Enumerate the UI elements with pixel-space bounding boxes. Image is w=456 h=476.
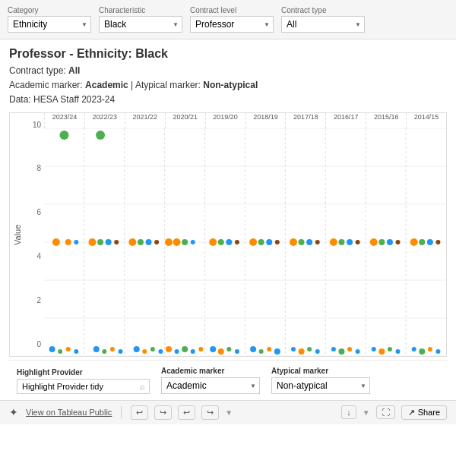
meta-markers: Academic marker: Academic | Atypical mar… [9, 78, 447, 93]
chart-svg [44, 128, 446, 356]
dot [93, 346, 100, 352]
view-on-tableau-text[interactable]: View on Tableau Public [26, 408, 112, 417]
dot [338, 239, 344, 245]
dot [102, 349, 106, 354]
x-label-2016: 2016/17 [325, 113, 366, 128]
dot [154, 240, 159, 244]
atypical-marker-meta-label: Atypical marker: [135, 80, 201, 90]
category-select-wrapper[interactable]: Ethnicity [8, 16, 91, 33]
dot [110, 347, 115, 351]
x-axis-labels: 2023/24 2022/23 2021/22 2020/21 2019/20 … [44, 113, 446, 128]
fullscreen-button[interactable]: ⛶ [376, 405, 395, 419]
highlight-provider-input[interactable] [17, 379, 150, 394]
dot [138, 239, 144, 245]
dot [428, 347, 432, 351]
plot-area: 2023/24 2022/23 2021/22 2020/21 2019/20 … [44, 113, 446, 356]
dot [119, 349, 123, 354]
undo-button[interactable]: ↩ [131, 405, 148, 420]
dot [331, 347, 336, 351]
contract-type-select[interactable]: All [281, 16, 365, 33]
filter-characteristic: Characteristic Black [99, 6, 182, 33]
y-tick-10: 10 [25, 121, 41, 129]
characteristic-select[interactable]: Black [99, 16, 182, 33]
footer-actions: ↓ ▼ ⛶ ↗ Share [341, 405, 447, 420]
dot [266, 239, 272, 245]
atypical-marker-select-wrapper[interactable]: Non-atypical [271, 377, 370, 394]
academic-marker-control-label: Academic marker [161, 367, 260, 375]
chart-area: Value 10 8 6 4 2 0 2023/24 2022/23 2021/… [9, 112, 447, 357]
dot [209, 238, 217, 246]
dot [128, 238, 136, 246]
data-source: Data: HESA Staff 2023-24 [9, 93, 447, 107]
x-label-2023: 2023/24 [44, 113, 84, 128]
dot [291, 347, 296, 351]
dot [210, 346, 216, 352]
search-input-wrapper[interactable]: ⌕ [17, 379, 150, 394]
redo-button[interactable]: ↪ [154, 405, 172, 420]
filter-category: Category Ethnicity [8, 6, 91, 33]
dot [65, 239, 71, 245]
dot [356, 240, 360, 244]
dot [370, 238, 378, 246]
atypical-marker-select[interactable]: Non-atypical [271, 377, 370, 394]
highlight-provider-label: Highlight Provider [17, 368, 150, 377]
contract-type-label: Contract type [281, 6, 365, 14]
category-label: Category [8, 6, 91, 14]
dot [142, 349, 147, 354]
dot [59, 131, 68, 140]
dot [315, 240, 320, 244]
dot [315, 349, 320, 354]
characteristic-select-wrapper[interactable]: Black [99, 16, 182, 33]
dot [218, 348, 224, 355]
forward-button[interactable]: ↪ [201, 405, 219, 420]
dot [347, 239, 353, 245]
contract-level-select-wrapper[interactable]: Professor [190, 16, 274, 33]
characteristic-label: Characteristic [99, 6, 182, 14]
x-label-2022: 2022/23 [84, 113, 125, 128]
dot [306, 239, 312, 245]
back-button[interactable]: ↩ [178, 405, 195, 420]
dot [146, 239, 152, 245]
dot [226, 347, 231, 351]
divider [121, 406, 122, 418]
dot [299, 348, 305, 355]
dot [249, 238, 257, 246]
y-axis-label: Value [10, 113, 25, 356]
category-select[interactable]: Ethnicity [8, 16, 91, 33]
x-label-2018: 2018/19 [245, 113, 286, 128]
dot [290, 238, 297, 246]
contract-type-meta-label: Contract type: [9, 65, 66, 76]
share-label: Share [418, 408, 440, 417]
academic-marker-meta-value: Academic [85, 80, 128, 90]
dot [175, 349, 179, 354]
download-arrow: ▼ [363, 408, 370, 417]
academic-marker-select-wrapper[interactable]: Academic [161, 377, 260, 394]
main-content: Professor - Ethnicity: Black Contract ty… [0, 39, 456, 400]
academic-marker-select[interactable]: Academic [161, 377, 260, 394]
y-tick-4: 4 [25, 252, 41, 260]
share-button[interactable]: ↗ Share [401, 405, 447, 420]
dot [182, 239, 188, 245]
dot [134, 346, 140, 352]
atypical-marker-control-label: Atypical marker [271, 367, 370, 375]
dot [173, 238, 181, 246]
dot [88, 238, 96, 246]
dot [347, 347, 352, 351]
download-button[interactable]: ↓ [341, 405, 356, 419]
filter-bar: Category Ethnicity Characteristic Black … [0, 0, 456, 39]
bottom-controls: Highlight Provider ⌕ Academic marker Aca… [9, 360, 447, 400]
contract-type-select-wrapper[interactable]: All [281, 16, 365, 33]
dot [106, 239, 112, 245]
dot [259, 349, 264, 354]
chart-title: Professor - Ethnicity: Black [9, 47, 447, 61]
dot [165, 238, 173, 246]
y-tick-6: 6 [25, 208, 41, 216]
dot [158, 349, 163, 354]
search-icon: ⌕ [140, 382, 145, 391]
filter-contract-level: Contract level Professor [190, 6, 274, 33]
dot [150, 347, 155, 351]
academic-marker-group: Academic marker Academic [161, 367, 260, 394]
dot [235, 349, 239, 354]
contract-level-select[interactable]: Professor [190, 16, 274, 33]
dot [66, 347, 71, 351]
